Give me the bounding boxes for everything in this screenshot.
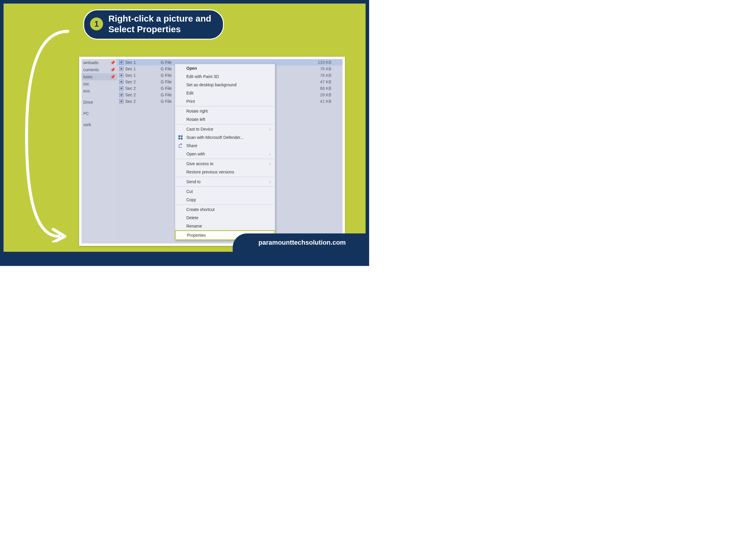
file-size: 41 KB bbox=[311, 99, 331, 104]
menu-separator bbox=[176, 106, 274, 106]
screenshot-panel: wnloads📌cuments📌tures📌isiceosDrivePCvork… bbox=[79, 57, 345, 246]
menu-rotate-right[interactable]: Rotate right bbox=[175, 107, 275, 115]
sidebar-item[interactable]: tures📌 bbox=[82, 73, 117, 80]
menu-edit-paint3d[interactable]: Edit with Paint 3D bbox=[175, 72, 275, 81]
file-size: 28 KB bbox=[311, 92, 331, 97]
file-name: Sec 1 bbox=[119, 73, 158, 78]
menu-separator bbox=[176, 186, 274, 187]
sidebar-item[interactable]: wnloads📌 bbox=[82, 59, 117, 66]
file-icon bbox=[119, 67, 123, 71]
step-number: 1 bbox=[90, 17, 103, 30]
menu-separator bbox=[176, 159, 274, 159]
chevron-right-icon: › bbox=[269, 151, 271, 156]
menu-separator bbox=[176, 177, 274, 177]
menu-restore-versions[interactable]: Restore previous versions bbox=[175, 168, 275, 176]
file-size: 47 KB bbox=[311, 79, 331, 84]
sidebar-label: eos bbox=[83, 89, 90, 93]
step-title: Right-click a picture and Select Propert… bbox=[108, 13, 211, 35]
file-icon bbox=[119, 60, 123, 64]
file-name: Sec 2 bbox=[119, 99, 158, 104]
sidebar-label: isic bbox=[83, 82, 89, 86]
sidebar-item[interactable]: PC bbox=[82, 110, 117, 117]
file-size: 86 KB bbox=[311, 86, 331, 91]
sidebar-item[interactable]: Drive bbox=[82, 99, 117, 106]
svg-rect-0 bbox=[178, 135, 180, 137]
file-size: 76 KB bbox=[311, 73, 331, 78]
svg-rect-1 bbox=[181, 135, 183, 137]
file-icon bbox=[119, 86, 123, 90]
menu-send-to[interactable]: Send to› bbox=[175, 177, 275, 186]
menu-open-with[interactable]: Open with› bbox=[175, 150, 275, 158]
menu-print[interactable]: Print bbox=[175, 97, 275, 105]
file-icon bbox=[119, 80, 123, 84]
menu-separator bbox=[176, 124, 274, 124]
chevron-right-icon: › bbox=[269, 127, 271, 131]
sidebar-label: wnloads bbox=[83, 60, 98, 65]
context-menu: Open Edit with Paint 3D Set as desktop b… bbox=[175, 64, 275, 240]
svg-rect-2 bbox=[178, 138, 180, 139]
file-size: 76 KB bbox=[311, 66, 331, 71]
curve-arrow-icon bbox=[24, 30, 71, 242]
shield-icon bbox=[178, 135, 183, 140]
menu-create-shortcut[interactable]: Create shortcut bbox=[175, 205, 275, 214]
chevron-right-icon: › bbox=[269, 161, 271, 166]
menu-scan-defender[interactable]: Scan with Microsoft Defender... bbox=[175, 133, 275, 141]
menu-share[interactable]: Share bbox=[175, 141, 275, 150]
menu-edit[interactable]: Edit bbox=[175, 89, 275, 97]
file-name: Sec 2 bbox=[119, 86, 158, 91]
step-title-line1: Right-click a picture and bbox=[108, 13, 211, 24]
sidebar-item[interactable]: cuments📌 bbox=[82, 66, 117, 73]
menu-rotate-left[interactable]: Rotate left bbox=[175, 115, 275, 123]
sidebar-label: vork bbox=[83, 122, 91, 127]
file-icon bbox=[119, 73, 123, 77]
sidebar-item[interactable]: isic bbox=[82, 80, 117, 87]
menu-give-access[interactable]: Give access to› bbox=[175, 159, 275, 168]
menu-cut[interactable]: Cut bbox=[175, 187, 275, 195]
pin-icon: 📌 bbox=[110, 67, 115, 72]
file-name: Sec 2 bbox=[119, 92, 158, 97]
step-title-line2: Select Properties bbox=[108, 24, 211, 35]
menu-delete[interactable]: Delete bbox=[175, 214, 275, 222]
footer-url: paramounttechsolution.com bbox=[233, 233, 366, 252]
pin-icon: 📌 bbox=[110, 74, 115, 79]
file-name: Sec 2 bbox=[119, 79, 158, 84]
share-icon bbox=[178, 143, 183, 148]
explorer-sidebar: wnloads📌cuments📌tures📌isiceosDrivePCvork bbox=[82, 59, 117, 243]
menu-open[interactable]: Open bbox=[175, 64, 275, 72]
svg-rect-3 bbox=[181, 138, 183, 139]
sidebar-label: cuments bbox=[83, 67, 99, 72]
sidebar-label: tures bbox=[83, 74, 92, 79]
file-name: Sec 1 bbox=[119, 66, 158, 71]
slide-body: 1 Right-click a picture and Select Prope… bbox=[4, 4, 366, 252]
sidebar-label: PC bbox=[83, 111, 89, 116]
sidebar-label: Drive bbox=[83, 100, 93, 105]
step-banner: 1 Right-click a picture and Select Prope… bbox=[83, 9, 224, 40]
file-size: 133 KB bbox=[311, 60, 331, 65]
chevron-right-icon: › bbox=[269, 179, 271, 184]
pin-icon: 📌 bbox=[110, 60, 115, 65]
menu-copy[interactable]: Copy bbox=[175, 195, 275, 204]
menu-cast-to-device[interactable]: Cast to Device› bbox=[175, 125, 275, 133]
file-list: Sec 1G File133 KBSec 1G File76 KBSec 1G … bbox=[117, 59, 343, 243]
sidebar-item[interactable]: vork bbox=[82, 121, 117, 128]
sidebar-item[interactable]: eos bbox=[82, 87, 117, 94]
file-icon bbox=[119, 93, 123, 97]
file-explorer: wnloads📌cuments📌tures📌isiceosDrivePCvork… bbox=[82, 59, 343, 243]
menu-set-background[interactable]: Set as desktop background bbox=[175, 81, 275, 89]
file-name: Sec 1 bbox=[119, 60, 158, 65]
file-icon bbox=[119, 99, 123, 103]
menu-rename[interactable]: Rename bbox=[175, 222, 275, 230]
slide-frame: 1 Right-click a picture and Select Prope… bbox=[0, 0, 369, 266]
menu-separator bbox=[176, 204, 274, 205]
